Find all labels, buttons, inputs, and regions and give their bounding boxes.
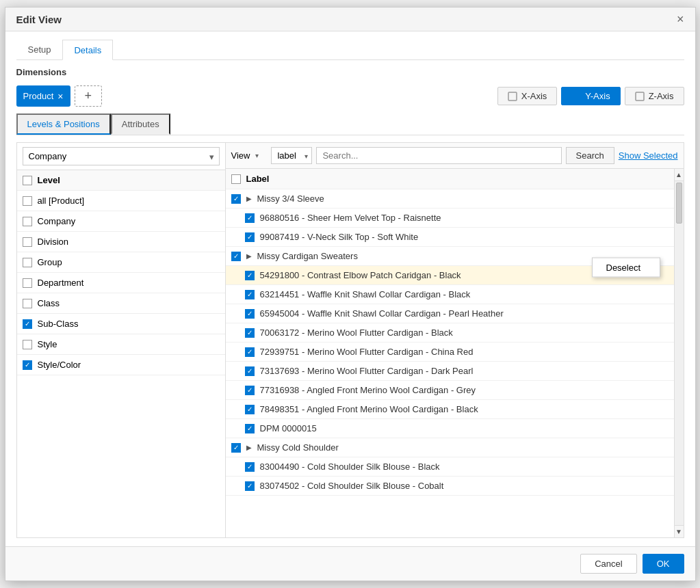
table-row[interactable]: 63214451 - Waffle Knit Shawl Collar Card… bbox=[226, 285, 674, 304]
scroll-up-button[interactable]: ▲ bbox=[675, 169, 684, 181]
table-row[interactable]: 73137693 - Merino Wool Flutter Cardigan … bbox=[226, 362, 674, 381]
level-header-checkbox[interactable] bbox=[23, 176, 32, 185]
item-checkbox[interactable] bbox=[231, 252, 241, 261]
items-list: Label ▶ Missy 3/4 Sleeve 96880516 - Shee… bbox=[226, 169, 674, 537]
item-label: 77316938 - Angled Front Merino Wool Card… bbox=[260, 385, 476, 395]
table-row[interactable]: 70063172 - Merino Wool Flutter Cardigan … bbox=[226, 323, 674, 343]
list-item[interactable]: Class bbox=[17, 293, 225, 314]
table-row[interactable]: 99087419 - V-Neck Silk Top - Soft White bbox=[226, 228, 674, 247]
item-checkbox[interactable] bbox=[245, 213, 255, 223]
table-row[interactable]: 65945004 - Waffle Knit Shawl Collar Card… bbox=[226, 304, 674, 323]
item-checkbox[interactable] bbox=[245, 232, 255, 242]
list-item[interactable]: Group bbox=[17, 252, 225, 273]
item-checkbox[interactable] bbox=[23, 278, 32, 288]
item-checkbox[interactable] bbox=[245, 424, 255, 433]
item-checkbox[interactable] bbox=[245, 366, 255, 376]
item-label: Sub-Class bbox=[38, 319, 79, 329]
table-row[interactable]: 77316938 - Angled Front Merino Wool Card… bbox=[226, 381, 674, 400]
item-label: 65945004 - Waffle Knit Shawl Collar Card… bbox=[260, 308, 504, 319]
cancel-button[interactable]: Cancel bbox=[580, 554, 636, 574]
search-button[interactable]: Search bbox=[566, 147, 614, 164]
list-item[interactable]: Style bbox=[17, 334, 225, 355]
sub-tab-bar: Levels & Positions Attributes bbox=[16, 113, 684, 135]
list-item[interactable]: Sub-Class bbox=[17, 314, 225, 334]
scrollbar[interactable]: ▲ ▼ bbox=[674, 169, 684, 537]
table-row[interactable]: 72939751 - Merino Wool Flutter Cardigan … bbox=[226, 343, 674, 362]
items-header-checkbox[interactable] bbox=[231, 174, 241, 184]
z-axis-button[interactable]: Z-Axis bbox=[625, 87, 684, 105]
label-select[interactable]: label bbox=[271, 147, 312, 164]
list-item[interactable]: all [Product] bbox=[17, 191, 225, 211]
list-item[interactable]: Division bbox=[17, 232, 225, 252]
view-label: View bbox=[231, 150, 250, 161]
table-row[interactable]: 96880516 - Sheer Hem Velvet Top - Raisne… bbox=[226, 209, 674, 228]
item-label: all [Product] bbox=[38, 196, 85, 206]
item-checkbox[interactable] bbox=[245, 309, 255, 319]
item-checkbox[interactable] bbox=[245, 290, 255, 299]
item-label: Missy Cold Shoulder bbox=[257, 442, 339, 453]
content-area: Company Level all [Product] bbox=[16, 142, 684, 538]
search-input[interactable] bbox=[316, 147, 561, 164]
scrollbar-thumb[interactable] bbox=[676, 183, 682, 224]
item-checkbox[interactable] bbox=[23, 237, 32, 247]
sub-tab-levels-positions[interactable]: Levels & Positions bbox=[16, 113, 111, 135]
close-button[interactable]: × bbox=[677, 13, 684, 25]
label-select-wrapper: label ▾ bbox=[271, 147, 312, 164]
item-checkbox[interactable] bbox=[245, 386, 255, 395]
scroll-down-button[interactable]: ▼ bbox=[675, 525, 684, 537]
deselect-menu-item[interactable]: Deselect bbox=[593, 258, 660, 277]
table-row[interactable]: 54291800 - Contrast Elbow Patch Caridgan… bbox=[226, 266, 674, 285]
dim-tag-label: Product bbox=[23, 91, 54, 101]
item-label: 54291800 - Contrast Elbow Patch Caridgan… bbox=[260, 270, 461, 280]
item-label: Class bbox=[38, 298, 60, 308]
list-item[interactable]: Company bbox=[17, 211, 225, 232]
item-label: Missy Cardigan Sweaters bbox=[257, 251, 358, 261]
item-label: DPM 0000015 bbox=[260, 423, 317, 433]
item-checkbox[interactable] bbox=[23, 258, 32, 267]
modal-footer: Cancel OK bbox=[5, 546, 695, 580]
item-checkbox[interactable] bbox=[23, 299, 32, 308]
add-dimension-button[interactable]: + bbox=[75, 85, 103, 107]
item-checkbox[interactable] bbox=[245, 405, 255, 414]
item-label: Missy 3/4 Sleeve bbox=[257, 193, 324, 204]
table-row[interactable]: 78498351 - Angled Front Merino Wool Card… bbox=[226, 400, 674, 419]
svg-rect-1 bbox=[572, 92, 580, 101]
dim-tag-close-button[interactable]: × bbox=[57, 92, 63, 101]
modal-title: Edit View bbox=[16, 14, 62, 25]
edit-view-modal: Edit View × Setup Details Dimensions Pro… bbox=[5, 7, 696, 581]
product-dim-tag: Product × bbox=[16, 85, 70, 107]
table-row[interactable]: 83074502 - Cold Shoulder Silk Blouse - C… bbox=[226, 477, 674, 496]
item-checkbox[interactable] bbox=[245, 347, 255, 357]
item-checkbox[interactable] bbox=[245, 481, 255, 491]
company-select[interactable]: Company bbox=[23, 147, 220, 165]
tab-bar: Setup Details bbox=[16, 40, 684, 60]
item-checkbox[interactable] bbox=[23, 340, 32, 349]
table-row[interactable]: DPM 0000015 bbox=[226, 419, 674, 438]
y-axis-button[interactable]: Y-Axis bbox=[561, 87, 620, 105]
item-checkbox[interactable] bbox=[23, 319, 32, 329]
view-dropdown-arrow: ▾ bbox=[255, 152, 259, 159]
item-checkbox[interactable] bbox=[231, 443, 241, 453]
tab-details[interactable]: Details bbox=[62, 40, 113, 60]
item-checkbox[interactable] bbox=[231, 194, 241, 204]
item-checkbox[interactable] bbox=[23, 196, 32, 206]
table-row[interactable]: 83004490 - Cold Shoulder Silk Blouse - B… bbox=[226, 457, 674, 477]
modal-body: Setup Details Dimensions Product × + X-A… bbox=[5, 31, 695, 546]
item-checkbox[interactable] bbox=[245, 462, 255, 472]
sub-tab-attributes[interactable]: Attributes bbox=[111, 113, 170, 135]
item-checkbox[interactable] bbox=[245, 328, 255, 338]
table-row[interactable]: ▶ Missy 3/4 Sleeve bbox=[226, 189, 674, 209]
item-label: 96880516 - Sheer Hem Velvet Top - Raisne… bbox=[260, 213, 441, 223]
tab-setup[interactable]: Setup bbox=[16, 40, 63, 59]
item-label: Company bbox=[38, 216, 76, 226]
item-checkbox[interactable] bbox=[23, 360, 32, 370]
table-row[interactable]: ▶ Missy Cold Shoulder bbox=[226, 438, 674, 457]
collapse-icon: ▶ bbox=[246, 195, 252, 202]
item-checkbox[interactable] bbox=[245, 271, 255, 280]
list-item[interactable]: Department bbox=[17, 273, 225, 293]
list-item[interactable]: Style/Color bbox=[17, 355, 225, 375]
show-selected-button[interactable]: Show Selected bbox=[619, 150, 678, 161]
x-axis-button[interactable]: X-Axis bbox=[497, 87, 558, 105]
item-checkbox[interactable] bbox=[23, 217, 32, 226]
ok-button[interactable]: OK bbox=[643, 554, 684, 574]
